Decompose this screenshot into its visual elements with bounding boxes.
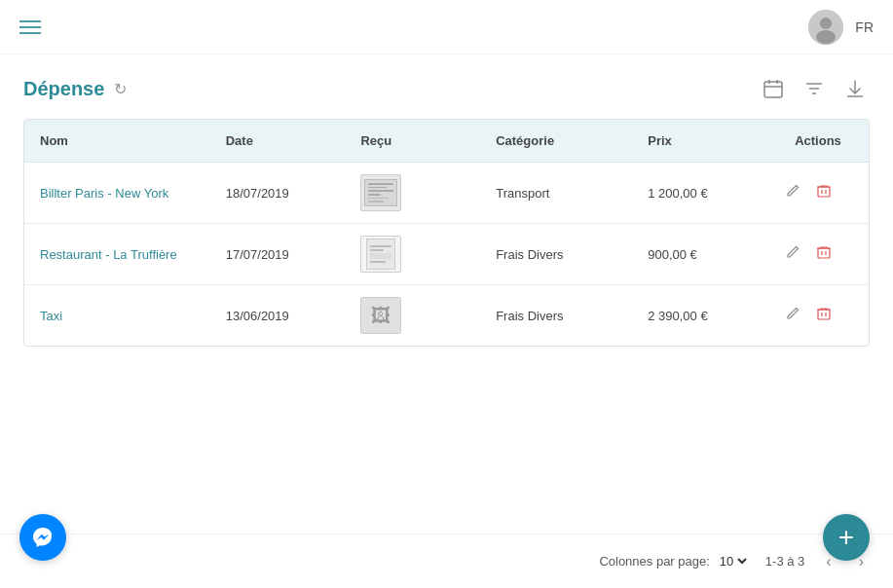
header: FR	[0, 0, 893, 55]
refresh-icon[interactable]: ↻	[114, 80, 127, 98]
cell-date: 13/06/2019	[210, 285, 346, 347]
col-header-date: Date	[210, 120, 346, 163]
delete-button[interactable]	[814, 181, 834, 204]
cell-recu	[345, 224, 480, 285]
delete-button[interactable]	[814, 304, 834, 327]
cell-prix: 2 390,00 €	[632, 285, 767, 347]
cell-prix: 900,00 €	[632, 224, 767, 285]
language-label[interactable]: FR	[855, 19, 874, 35]
per-page-label: Colonnes par page:	[599, 554, 709, 569]
page-content: Dépense ↻	[0, 55, 893, 347]
cell-nom: Billter Paris - New York	[24, 163, 210, 224]
col-header-actions: Actions	[767, 120, 869, 163]
svg-point-2	[816, 30, 836, 44]
page-title: Dépense	[23, 78, 104, 100]
action-icons	[783, 242, 853, 266]
title-row: Dépense ↻	[23, 74, 870, 103]
cell-categorie: Frais Divers	[480, 224, 632, 285]
svg-point-1	[820, 18, 832, 29]
svg-rect-3	[764, 82, 782, 97]
delete-button[interactable]	[814, 242, 834, 266]
cell-recu: 🖼	[345, 285, 480, 347]
per-page-control: Colonnes par page: 10 25 50	[599, 553, 749, 570]
action-icons	[783, 304, 853, 327]
expense-link[interactable]: Billter Paris - New York	[40, 186, 168, 201]
download-button[interactable]	[840, 74, 870, 103]
table-row: Restaurant - La Truffière 17/07/2019 Fra…	[24, 224, 869, 285]
cell-recu	[345, 163, 480, 224]
edit-button[interactable]	[783, 304, 802, 327]
title-left: Dépense ↻	[23, 78, 127, 100]
col-header-categorie: Catégorie	[480, 120, 632, 163]
cell-actions	[767, 224, 869, 285]
per-page-select[interactable]: 10 25 50	[716, 553, 750, 570]
col-header-prix: Prix	[632, 120, 767, 163]
svg-rect-19	[818, 310, 830, 319]
footer: Colonnes par page: 10 25 50 1-3 à 3 ‹ ›	[0, 533, 893, 588]
cell-actions	[767, 163, 869, 224]
svg-rect-11	[818, 187, 830, 197]
menu-icon[interactable]	[19, 20, 41, 34]
cell-date: 18/07/2019	[210, 163, 346, 224]
table-row: Billter Paris - New York 18/07/2019 Tran…	[24, 163, 869, 224]
expense-table: Nom Date Reçu Catégorie Prix Actions Bil…	[23, 119, 870, 347]
cell-actions	[767, 285, 869, 347]
cell-nom: Taxi	[24, 285, 210, 347]
filter-button[interactable]	[800, 74, 829, 103]
svg-rect-15	[818, 248, 830, 258]
action-icons	[783, 181, 853, 204]
header-right: FR	[808, 10, 874, 45]
col-header-nom: Nom	[24, 120, 210, 163]
edit-button[interactable]	[783, 181, 802, 204]
col-header-recu: Reçu	[345, 120, 480, 163]
add-button[interactable]: +	[823, 514, 870, 561]
table-row: Taxi 13/06/2019 🖼 Frais Divers 2 390,00 …	[24, 285, 869, 347]
edit-button[interactable]	[783, 242, 802, 266]
title-actions	[759, 74, 870, 103]
cell-categorie: Frais Divers	[480, 285, 632, 347]
expense-link[interactable]: Restaurant - La Truffière	[40, 247, 177, 262]
cell-prix: 1 200,00 €	[632, 163, 767, 224]
expense-link[interactable]: Taxi	[40, 309, 62, 323]
table-header-row: Nom Date Reçu Catégorie Prix Actions	[24, 120, 869, 163]
avatar	[808, 10, 843, 45]
pagination-info: 1-3 à 3	[765, 554, 804, 569]
cell-nom: Restaurant - La Truffière	[24, 224, 210, 285]
cell-date: 17/07/2019	[210, 224, 346, 285]
cell-categorie: Transport	[480, 163, 632, 224]
messenger-button[interactable]	[19, 514, 66, 561]
calendar-button[interactable]	[759, 74, 788, 103]
